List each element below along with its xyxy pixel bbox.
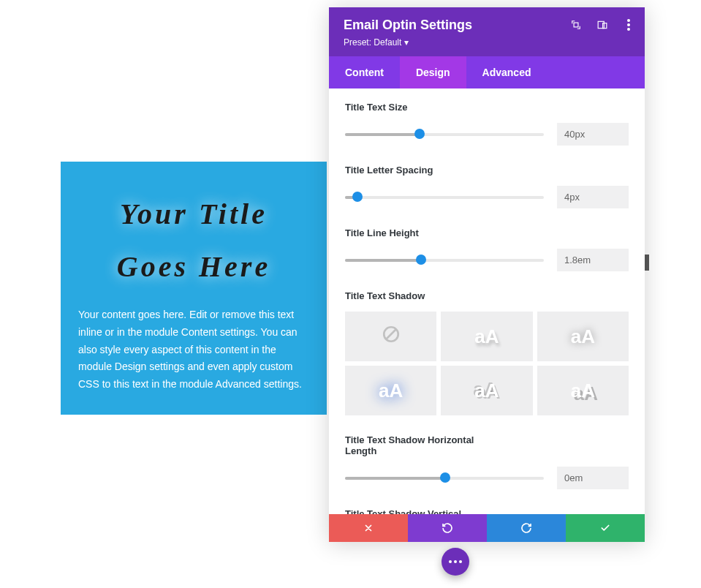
undo-icon bbox=[441, 522, 454, 534]
slider-shadow-horizontal-length[interactable] bbox=[345, 476, 544, 480]
svg-point-5 bbox=[627, 28, 630, 31]
preset-selector[interactable]: Preset: Default ▾ bbox=[344, 37, 630, 48]
field-title-text-shadow: Title Text Shadow aA aA aA aA aA bbox=[345, 290, 629, 415]
shadow-preset-1[interactable]: aA bbox=[441, 312, 532, 361]
panel-footer bbox=[329, 514, 645, 542]
module-preview: Your Title Goes Here Your content goes h… bbox=[61, 162, 327, 415]
svg-point-4 bbox=[627, 23, 630, 26]
label-title-line-height: Title Line Height bbox=[345, 227, 629, 238]
field-title-letter-spacing: Title Letter Spacing bbox=[345, 165, 629, 208]
no-shadow-icon bbox=[382, 325, 401, 349]
label-title-text-size: Title Text Size bbox=[345, 102, 629, 113]
chevron-down-icon: ▾ bbox=[404, 37, 409, 48]
input-title-letter-spacing[interactable] bbox=[557, 186, 629, 208]
slider-title-letter-spacing[interactable] bbox=[345, 195, 544, 200]
field-title-text-size: Title Text Size bbox=[345, 102, 629, 146]
preview-title[interactable]: Your Title Goes Here bbox=[78, 188, 309, 293]
input-title-text-size[interactable] bbox=[557, 123, 629, 146]
fab-more-button[interactable] bbox=[442, 548, 469, 576]
responsive-view-icon[interactable] bbox=[595, 18, 610, 32]
label-title-letter-spacing: Title Letter Spacing bbox=[345, 165, 629, 176]
more-horizontal-icon bbox=[449, 560, 462, 563]
shadow-preset-5[interactable]: aA bbox=[537, 366, 629, 415]
label-shadow-vertical-length: Title Text Shadow Vertical Length bbox=[345, 508, 491, 514]
shadow-preset-grid: aA aA aA aA aA bbox=[345, 312, 629, 415]
preview-title-line2: Goes Here bbox=[117, 250, 270, 283]
shadow-preset-4[interactable]: aA bbox=[441, 366, 532, 415]
label-title-text-shadow: Title Text Shadow bbox=[345, 290, 629, 301]
tabs: Content Design Advanced bbox=[329, 56, 645, 88]
tab-advanced[interactable]: Advanced bbox=[466, 56, 547, 88]
field-shadow-horizontal-length: Title Text Shadow Horizontal Length bbox=[345, 434, 629, 489]
tab-design[interactable]: Design bbox=[400, 56, 466, 88]
field-shadow-vertical-length: Title Text Shadow Vertical Length bbox=[345, 508, 629, 514]
slider-title-text-size[interactable] bbox=[345, 132, 544, 137]
field-title-line-height: Title Line Height bbox=[345, 227, 629, 271]
redo-button[interactable] bbox=[487, 514, 566, 542]
header-icon-group bbox=[569, 18, 636, 32]
close-icon bbox=[363, 523, 374, 533]
right-edge-scroll-indicator bbox=[645, 255, 649, 271]
panel-header: Email Optin Settings Preset: Default ▾ bbox=[329, 7, 645, 56]
redo-icon bbox=[520, 522, 533, 534]
preview-content[interactable]: Your content goes here. Edit or remove t… bbox=[78, 306, 309, 393]
preview-title-line1: Your Title bbox=[120, 197, 268, 230]
svg-point-3 bbox=[627, 19, 630, 22]
shadow-preset-2[interactable]: aA bbox=[537, 312, 629, 361]
cancel-button[interactable] bbox=[329, 514, 408, 542]
svg-rect-2 bbox=[603, 23, 607, 29]
svg-line-7 bbox=[386, 329, 395, 339]
save-button[interactable] bbox=[566, 514, 645, 542]
input-title-line-height[interactable] bbox=[557, 249, 629, 271]
slider-title-line-height[interactable] bbox=[345, 258, 544, 263]
shadow-preset-3[interactable]: aA bbox=[345, 366, 436, 415]
check-icon bbox=[599, 523, 611, 533]
more-menu-icon[interactable] bbox=[621, 18, 636, 32]
undo-button[interactable] bbox=[408, 514, 487, 542]
shadow-preset-none[interactable] bbox=[345, 312, 436, 361]
label-shadow-horizontal-length: Title Text Shadow Horizontal Length bbox=[345, 434, 491, 456]
settings-panel: Email Optin Settings Preset: Default ▾ C… bbox=[329, 7, 645, 542]
svg-rect-0 bbox=[574, 23, 578, 27]
expand-icon[interactable] bbox=[569, 18, 583, 32]
tab-content[interactable]: Content bbox=[329, 56, 400, 88]
input-shadow-horizontal-length[interactable] bbox=[557, 467, 629, 489]
panel-body: Title Text Size Title Letter Spacing bbox=[329, 88, 645, 514]
